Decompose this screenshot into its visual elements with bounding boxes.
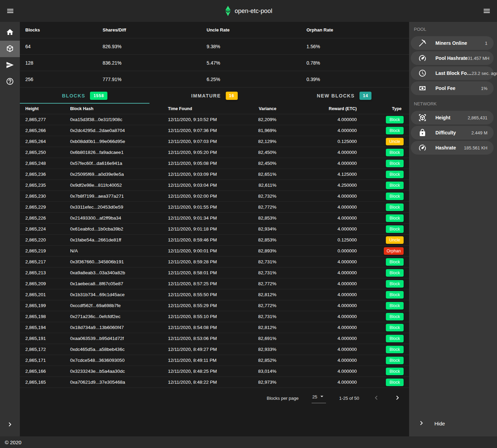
blocks-table: Height Block Hash Time Found Variance Re… <box>20 104 409 388</box>
table-row[interactable]: 2,865,224 0x61eabfcd...1b0cba39b2 12/11/… <box>20 224 409 235</box>
table-row[interactable]: 2,865,199 0xccdf562f...69a698b7fe 12/11/… <box>20 300 409 311</box>
block-time-found: 12/11/2020, 8:57:25 PM <box>162 281 254 286</box>
table-row[interactable]: 2,865,226 0x21493300...af2ff9ba34 12/11/… <box>20 213 409 224</box>
next-page-button[interactable] <box>393 394 402 403</box>
caret-down-icon <box>318 393 325 401</box>
block-time-found: 12/11/2020, 9:03:09 PM <box>162 172 254 177</box>
block-height: 2,865,220 <box>20 237 65 242</box>
block-time-found: 12/11/2020, 8:54:08 PM <box>162 325 254 330</box>
table-row[interactable]: 2,865,235 0x9df2e98e...811fc40052 12/11/… <box>20 180 409 191</box>
tab-label: BLOCKS <box>62 93 85 98</box>
table-row[interactable]: 2,865,213 0xa9a8eab3...03a340a82b 12/11/… <box>20 267 409 278</box>
tab-blocks[interactable]: BLOCKS 1558 <box>20 88 149 104</box>
col-header-height: Height <box>20 106 65 111</box>
table-row[interactable]: 2,865,171 0x7cdce548...3636093050 12/11/… <box>20 355 409 366</box>
table-row[interactable]: 2,865,229 0x3311efec...20453d0e59 12/11/… <box>20 202 409 213</box>
table-row[interactable]: 2,865,264 0xb08dd0b1...99e066d95e 12/11/… <box>20 136 409 147</box>
table-row[interactable]: 2,865,230 0x7b8f7199...aea377a271 12/11/… <box>20 191 409 202</box>
block-type-badge: Block <box>386 346 404 353</box>
block-variance: 82,731% <box>258 270 276 275</box>
brand: open-etc-pool <box>225 6 272 16</box>
block-height: 2,865,235 <box>20 183 65 188</box>
block-height: 2,865,229 <box>20 205 65 210</box>
table-row[interactable]: 2,865,194 0x18d734a9...13b6060f47 12/11/… <box>20 322 409 333</box>
per-page-select[interactable]: 25 <box>312 393 326 403</box>
block-hash: N/A <box>65 248 162 253</box>
table-row[interactable]: 2,865,165 0xa70621d9...37e305468a 12/11/… <box>20 377 409 388</box>
table-row[interactable]: 2,865,266 0x2dc4295d...2dae0a8704 12/11/… <box>20 125 409 136</box>
block-hash: 0x21493300...af2ff9ba34 <box>65 215 162 221</box>
stats-shares-diff-value: 826.93% <box>97 38 201 55</box>
table-row[interactable]: 2,865,219 N/A 12/11/2020, 9:00:01 PM 82,… <box>20 246 409 256</box>
block-reward: 4.000000 <box>338 281 357 286</box>
table-row[interactable]: 2,865,172 0xdc465d5a...a58beb436c 12/11/… <box>20 344 409 355</box>
block-reward: 4.000000 <box>338 369 357 374</box>
block-variance: 82,611% <box>259 183 276 188</box>
block-reward: 0.125000 <box>338 237 357 242</box>
expand-sidebar-button[interactable] <box>0 417 20 433</box>
table-row[interactable]: 2,865,277 0xa15d3f38...0e31f1908c 12/11/… <box>20 114 409 125</box>
table-row[interactable]: 2,865,198 0x271a236c...0efcfdf2ec 12/11/… <box>20 311 409 322</box>
block-variance: 82,934% <box>258 226 276 232</box>
stats-header-shares-diff: Shares/Diff <box>97 22 201 38</box>
tab-immature[interactable]: IMMATURE 16 <box>149 88 279 104</box>
block-height: 2,865,199 <box>20 303 65 308</box>
stats-blocks-value: 64 <box>20 38 97 55</box>
table-row[interactable]: 2,865,166 0x3233243e...b5a4aa30dc 12/11/… <box>20 366 409 377</box>
table-row[interactable]: 2,865,209 0x1aebeca8...8f67c05e87 12/11/… <box>20 278 409 289</box>
block-type-badge: Block <box>386 193 404 200</box>
sidebar-item-payments[interactable] <box>0 57 20 74</box>
clock-icon <box>418 69 427 77</box>
block-type-badge: Block <box>386 116 404 123</box>
block-variance: 82,772% <box>258 281 276 286</box>
block-hash: 0xaa063539...b95d41d72f <box>65 336 162 341</box>
sidebar-item-home[interactable] <box>0 24 20 41</box>
right-sidebar-spacer <box>409 156 497 415</box>
block-height: 2,865,191 <box>20 336 65 341</box>
block-height: 2,865,213 <box>20 270 65 275</box>
block-hash: 0x6b801826...fa9adcaee1 <box>65 150 162 155</box>
block-time-found: 12/11/2020, 8:53:06 PM <box>162 336 254 341</box>
block-time-found: 12/11/2020, 9:05:20 PM <box>162 150 254 155</box>
table-row[interactable]: 2,865,248 0x57fec60f...da616e941a 12/11/… <box>20 158 409 169</box>
block-reward: 4.000000 <box>338 336 357 341</box>
prev-page-button[interactable] <box>372 394 380 403</box>
stats-body: 64 826.93% 9.38% 1.56% 128 836.21% 5.47%… <box>20 38 409 88</box>
pickaxe-icon <box>418 39 427 47</box>
hide-sidebar-button[interactable]: Hide <box>409 415 497 432</box>
tab-count-badge: 16 <box>226 92 238 100</box>
tab-count-badge: 1558 <box>90 92 107 100</box>
etc-logo-icon <box>225 6 231 16</box>
table-row[interactable]: 2,865,217 0x3f367660...345806b191 12/11/… <box>20 256 409 267</box>
stat-pill-label: Hashrate <box>435 145 456 150</box>
stats-header-row: Blocks Shares/Diff Uncle Rate Orphan Rat… <box>20 22 409 38</box>
per-page-label: Blocks per page <box>267 396 299 401</box>
stat-pill-label: Difficulty <box>435 130 456 135</box>
stats-row: 64 826.93% 9.38% 1.56% <box>20 38 409 55</box>
table-row[interactable]: 2,865,250 0x6b801826...fa9adcaee1 12/11/… <box>20 147 409 158</box>
table-row[interactable]: 2,865,236 0x25095f69...a0d39e9e5a 12/11/… <box>20 169 409 180</box>
block-hash: 0x7b8f7199...aea377a271 <box>65 194 162 199</box>
shell: Blocks Shares/Diff Uncle Rate Orphan Rat… <box>0 22 497 436</box>
block-height: 2,865,277 <box>20 117 65 122</box>
table-row[interactable]: 2,865,220 0x1fabe54a...2661de81ff 12/11/… <box>20 235 409 246</box>
block-type-badge: Block <box>386 280 404 288</box>
block-height: 2,865,266 <box>20 128 65 133</box>
right-menu-icon[interactable] <box>479 3 495 19</box>
menu-icon[interactable] <box>2 3 18 19</box>
block-hash: 0xa9a8eab3...03a340a82b <box>65 270 162 275</box>
table-row[interactable]: 2,865,191 0xaa063539...b95d41d72f 12/11/… <box>20 333 409 344</box>
home-icon <box>6 28 14 37</box>
block-reward: 4.000000 <box>338 325 357 330</box>
sidebar-item-blocks[interactable] <box>0 41 20 57</box>
stats-orphan-rate-value: 0.39% <box>301 71 409 88</box>
block-reward: 4.000000 <box>338 161 357 166</box>
block-time-found: 12/11/2020, 9:07:36 PM <box>162 128 254 133</box>
sidebar-item-help[interactable] <box>0 74 20 90</box>
cube-icon <box>6 44 14 54</box>
col-header-reward: Reward (ETC) <box>329 106 357 111</box>
tab-new-blocks[interactable]: NEW BLOCKS 14 <box>279 88 409 104</box>
block-variance: 83,014% <box>258 369 276 374</box>
stats-orphan-rate-value: 0.78% <box>301 55 409 71</box>
table-row[interactable]: 2,865,201 0x1b31b734...69c1d45ace 12/11/… <box>20 289 409 300</box>
